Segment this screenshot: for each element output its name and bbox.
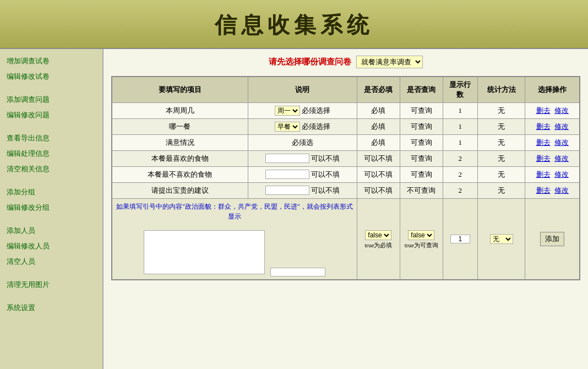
cell-query: 不可查询 — [400, 183, 443, 199]
table-row: 本餐最不喜欢的食物 可以不填 可以不填 可查询 2 无 删去 修改 — [112, 167, 580, 183]
content-area: 请先选择哪份调查问卷 就餐满意率调查 要填写的项目 说明 是否必填 是否查询 显… — [104, 49, 588, 369]
header-required: 是否必填 — [357, 77, 400, 103]
table-header-row: 要填写的项目 说明 是否必填 是否查询 显示行数 统计方法 选择操作 — [112, 77, 580, 103]
cell-stat: 无 — [477, 119, 525, 135]
cell-desc: 可以不填 — [248, 183, 357, 199]
weekday-select[interactable]: 周一周二周三周四周五周六周日 — [275, 106, 300, 116]
sidebar-group-question: 添加调查问题 编辑修改问题 — [0, 92, 102, 123]
edit-link-3[interactable]: 修改 — [554, 154, 569, 162]
add-row: 如果填写引号中的内容"政治面貌：群众，共产党，民盟，民进"，就会按列表形式显示 … — [112, 199, 580, 280]
cell-query: 可查询 — [400, 103, 443, 119]
sidebar-item-clear-info[interactable]: 清空相关信息 — [0, 161, 102, 177]
unfav-food-input[interactable] — [265, 170, 309, 179]
cell-item: 本餐最喜欢的食物 — [112, 151, 248, 167]
edit-link-5[interactable]: 修改 — [554, 186, 569, 194]
sidebar-item-export-info[interactable]: 查看导出信息 — [0, 131, 102, 146]
sidebar-item-add-group[interactable]: 添加分组 — [0, 184, 102, 200]
header-stat: 统计方法 — [477, 77, 525, 103]
sidebar-item-edit-survey[interactable]: 编辑修改试卷 — [0, 69, 102, 84]
meal-select[interactable]: 早餐午餐晚餐 — [275, 122, 300, 132]
sidebar: 增加调查试卷 编辑修改试卷 添加调查问题 编辑修改问题 查看导出信息 编辑处理信… — [0, 49, 104, 369]
cell-desc: 周一周二周三周四周五周六周日 必须选择 — [248, 103, 357, 119]
table-row: 满意情况 必须选 必填 可查询 1 无 删去 修改 — [112, 135, 580, 151]
cell-query: 可查询 — [400, 119, 443, 135]
cell-desc: 必须选 — [248, 135, 357, 151]
page-header: 信息收集系统 — [0, 0, 588, 49]
cell-item: 哪一餐 — [112, 119, 248, 135]
cell-stat: 无 — [477, 167, 525, 183]
sidebar-item-edit-question[interactable]: 编辑修改问题 — [0, 107, 102, 123]
query-bool-select[interactable]: falsetrue — [408, 230, 434, 240]
query-label: true为可查询 — [404, 241, 439, 249]
sidebar-item-edit-group[interactable]: 编辑修改分组 — [0, 200, 102, 215]
delete-link-0[interactable]: 删去 — [536, 106, 551, 115]
cell-stat: 无 — [477, 135, 525, 151]
bottom-condition-cell: 如果填写引号中的内容"政治面貌：群众，共产党，民盟，民进"，就会按列表形式显示 — [112, 199, 357, 280]
new-item-textarea[interactable] — [144, 230, 265, 274]
required-bool-select[interactable]: falsetrue — [365, 230, 391, 240]
cell-action: 删去 修改 — [525, 135, 580, 151]
cell-desc: 早餐午餐晚餐 必须选择 — [248, 119, 357, 135]
sidebar-item-clear-person[interactable]: 清空人员 — [0, 254, 102, 269]
rows-input[interactable] — [450, 235, 470, 243]
sidebar-item-add-person[interactable]: 添加人员 — [0, 223, 102, 238]
table-row: 本餐最喜欢的食物 可以不填 可以不填 可查询 2 无 删去 修改 — [112, 151, 580, 167]
sidebar-item-add-survey[interactable]: 增加调查试卷 — [0, 53, 102, 69]
questions-table: 要填写的项目 说明 是否必填 是否查询 显示行数 统计方法 选择操作 本周周几 … — [111, 76, 580, 280]
page-title: 信息收集系统 — [0, 10, 588, 40]
suggestion-input[interactable] — [265, 186, 309, 195]
cell-rows: 1 — [443, 119, 477, 135]
survey-select[interactable]: 就餐满意率调查 — [356, 56, 423, 68]
add-button[interactable]: 添加 — [540, 232, 564, 246]
bottom-action-cell: 添加 — [525, 199, 580, 280]
edit-link-0[interactable]: 修改 — [554, 106, 569, 115]
delete-link-1[interactable]: 删去 — [536, 122, 551, 131]
header-item: 要填写的项目 — [112, 77, 248, 103]
cell-item: 本周周几 — [112, 103, 248, 119]
desc-text: 可以不填 — [311, 170, 340, 178]
cell-item: 满意情况 — [112, 135, 248, 151]
cell-stat: 无 — [477, 183, 525, 199]
new-desc-input[interactable] — [270, 268, 325, 276]
cell-action: 删去 修改 — [525, 119, 580, 135]
delete-link-2[interactable]: 删去 — [536, 138, 551, 146]
cell-query: 可查询 — [400, 135, 443, 151]
desc-text: 可以不填 — [311, 186, 340, 194]
condition-text: 如果填写引号中的内容"政治面貌：群众，共产党，民盟，民进"，就会按列表形式显示 — [116, 202, 353, 221]
sidebar-item-add-question[interactable]: 添加调查问题 — [0, 92, 102, 107]
delete-link-4[interactable]: 删去 — [536, 170, 551, 178]
cell-rows: 1 — [443, 135, 477, 151]
sidebar-group-survey: 增加调查试卷 编辑修改试卷 — [0, 53, 102, 84]
sidebar-group-settings: 系统设置 — [0, 300, 102, 316]
cell-rows: 2 — [443, 151, 477, 167]
header-rows: 显示行数 — [443, 77, 477, 103]
desc-text: 必须选择 — [302, 106, 330, 115]
bottom-query-cell: falsetrue true为可查询 — [400, 199, 443, 280]
desc-text: 必须选择 — [302, 122, 330, 131]
stat-select[interactable]: 无求和平均 — [490, 234, 513, 244]
desc-text: 可以不填 — [311, 154, 340, 162]
bottom-rows-cell — [443, 199, 477, 280]
sidebar-item-edit-info[interactable]: 编辑处理信息 — [0, 146, 102, 161]
edit-link-1[interactable]: 修改 — [554, 122, 569, 131]
delete-link-3[interactable]: 删去 — [536, 154, 551, 162]
cell-action: 删去 修改 — [525, 167, 580, 183]
required-label: true为必填 — [361, 241, 396, 249]
sidebar-item-system-settings[interactable]: 系统设置 — [0, 300, 102, 316]
edit-link-2[interactable]: 修改 — [554, 138, 569, 146]
bottom-required-cell: falsetrue true为必填 — [357, 199, 400, 280]
cell-action: 删去 修改 — [525, 183, 580, 199]
sidebar-group-images: 清理无用图片 — [0, 277, 102, 292]
table-row: 哪一餐 早餐午餐晚餐 必须选择 必填 可查询 1 无 删去 修改 — [112, 119, 580, 135]
cell-query: 可查询 — [400, 151, 443, 167]
sidebar-item-edit-person[interactable]: 编辑修改人员 — [0, 238, 102, 254]
sidebar-item-clear-images[interactable]: 清理无用图片 — [0, 277, 102, 292]
header-desc: 说明 — [248, 77, 357, 103]
cell-required: 必填 — [357, 103, 400, 119]
edit-link-4[interactable]: 修改 — [554, 170, 569, 178]
fav-food-input[interactable] — [265, 154, 309, 163]
sidebar-group-group: 添加分组 编辑修改分组 — [0, 184, 102, 215]
delete-link-5[interactable]: 删去 — [536, 186, 551, 194]
cell-desc: 可以不填 — [248, 167, 357, 183]
cell-item: 请提出宝贵的建议 — [112, 183, 248, 199]
